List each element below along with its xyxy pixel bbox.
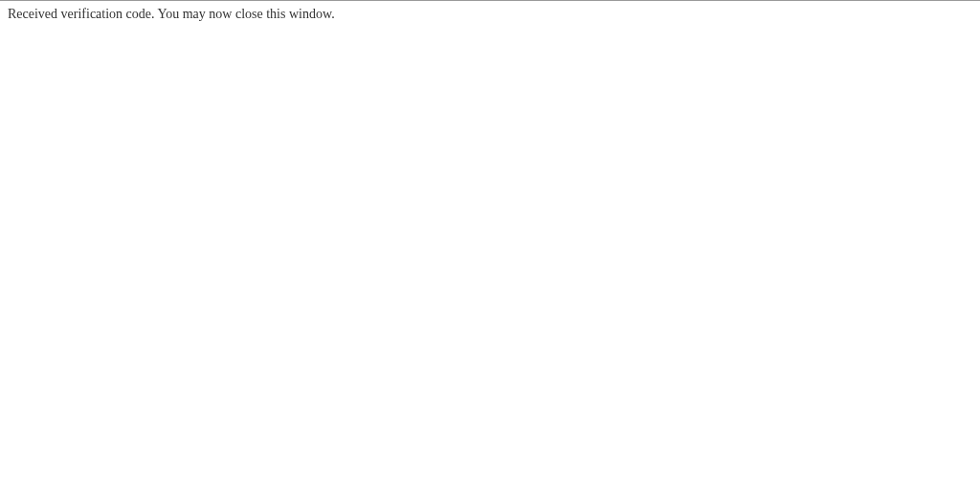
verification-message: Received verification code. You may now …: [0, 1, 980, 23]
